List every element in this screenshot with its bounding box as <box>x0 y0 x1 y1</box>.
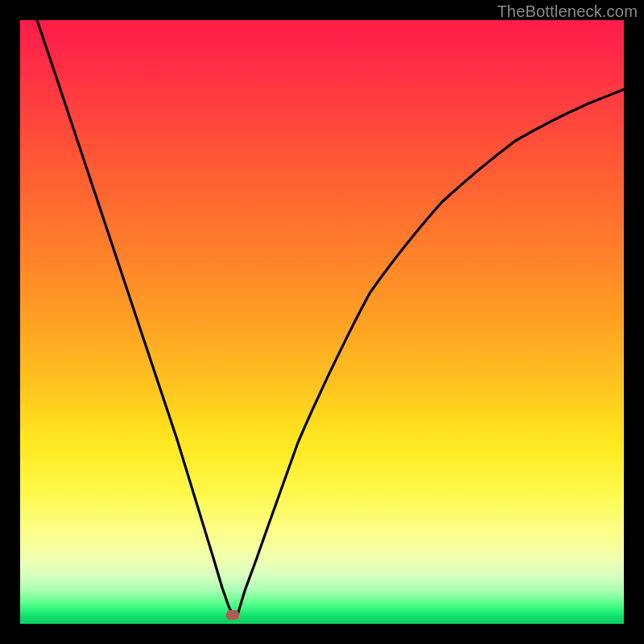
curve-path <box>37 20 624 617</box>
chart-frame: TheBottleneck.com <box>0 0 644 644</box>
bottleneck-marker <box>226 610 239 620</box>
bottleneck-curve <box>20 20 624 624</box>
chart-plot-area <box>20 20 624 624</box>
watermark-text: TheBottleneck.com <box>497 2 638 21</box>
